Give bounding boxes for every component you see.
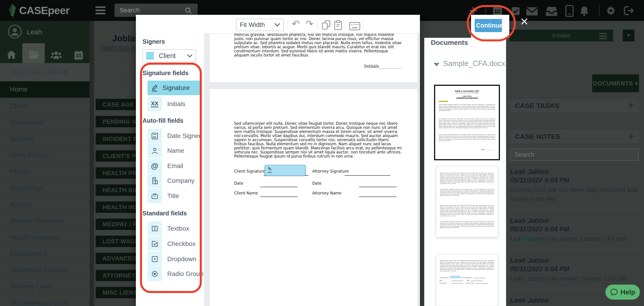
zoom-level-select[interactable]: Fit Width <box>236 19 284 31</box>
nav-item-recordings[interactable]: Recordings <box>0 180 90 196</box>
redo-icon[interactable]: ↷ <box>306 18 313 29</box>
field-title[interactable]: Title <box>148 189 200 203</box>
signers-heading: Signers <box>142 38 165 45</box>
case-notes-list: Leah Jablon 05/11/2022 6:04 PM Sample CF… <box>510 161 641 306</box>
person-icon <box>148 143 162 158</box>
note-item[interactable]: Leah Jablon 05/11/2022 6:04 PM Sample CF… <box>510 161 641 210</box>
search-icon[interactable] <box>184 7 192 15</box>
note-text: Sample CFA.pdf has been fully executed a… <box>510 185 641 204</box>
mobile-icon[interactable] <box>565 5 574 17</box>
field-label: Title <box>167 192 179 200</box>
home-tab-icon[interactable] <box>6 50 16 59</box>
thumb-firm-name: Smith & Associates, APC <box>435 90 499 92</box>
signature-pen-icon: ✎ <box>268 166 272 173</box>
divider <box>345 20 345 30</box>
nav-item-client[interactable]: Client <box>0 98 90 114</box>
field-label: Dropdown <box>167 255 196 263</box>
initials-xx-icon: XX <box>148 97 162 111</box>
documents-panel-scrollbar[interactable] <box>506 38 509 306</box>
thumb-paragraph: moncus gravida. Vestibulum pharetra, nis… <box>440 221 494 235</box>
nav-item-defendants[interactable]: Defendants <box>0 114 90 130</box>
signer-select[interactable]: Client <box>142 49 196 62</box>
next-page-link[interactable]: NEXT <box>520 235 539 243</box>
zoom-level-value: Fit Width <box>240 21 265 29</box>
document-page-1[interactable]: moncus gravida. Vestibulum pharetra, nis… <box>210 34 417 82</box>
page-thumbnail-2[interactable]: Sed ullamcorper elit nulla. Donec vitae … <box>436 166 498 237</box>
document-file-name[interactable]: Sample_CFA.docx <box>443 59 505 68</box>
nav-item-settlement-advance[interactable]: Settlement Advance <box>0 262 90 278</box>
intake-menu-icon[interactable] <box>599 33 607 41</box>
intake-stage-bar[interactable]: Intake <box>510 30 613 41</box>
documents-dropdown-button[interactable]: DOCUMENTS ▾ <box>592 74 639 92</box>
field-label: Email <box>167 162 183 170</box>
field-label: Checkbox <box>167 240 196 247</box>
notifications-bell-icon[interactable] <box>579 6 590 16</box>
continue-button[interactable]: Continue <box>475 19 502 32</box>
page-scrollbar[interactable] <box>90 21 94 306</box>
collapse-triangle-icon[interactable] <box>434 63 440 66</box>
help-button[interactable]: Help <box>605 285 640 300</box>
calendar-icon[interactable] <box>492 6 503 16</box>
field-initials[interactable]: XX Initials <box>148 97 200 111</box>
logout-icon[interactable] <box>624 6 634 16</box>
thumb-signature-row: Client Signature Attorney Signature <box>440 276 494 278</box>
note-item[interactable]: Leah Jablon 05/11/2022 6:04 PM Leah Jabl… <box>510 250 641 289</box>
close-icon[interactable]: ✕ <box>520 16 529 27</box>
field-checkbox[interactable]: Checkbox <box>148 237 200 251</box>
field-name[interactable]: Name <box>148 143 200 158</box>
avatar[interactable] <box>8 25 22 39</box>
field-dropdown[interactable]: Dropdown <box>148 252 200 266</box>
undo-icon[interactable]: ↶ <box>292 18 300 29</box>
document-page-2[interactable]: Sed ullamcorper elit nulla. Donec vitae … <box>210 89 417 306</box>
nav-item-home[interactable]: Home <box>0 81 90 98</box>
divider <box>96 68 136 69</box>
calendar-tab-icon[interactable] <box>74 50 84 60</box>
thumb-address: 100 Cooper Street, Irvine, CA, 92660 <box>435 92 499 94</box>
copy-icon[interactable] <box>321 20 331 30</box>
field-company[interactable]: Company <box>148 174 200 188</box>
contacts-tab-icon[interactable] <box>50 50 62 59</box>
inbox-icon[interactable] <box>546 6 558 16</box>
mail-icon[interactable] <box>526 7 538 16</box>
nav-item-health-insurance[interactable]: Health Insurance <box>0 229 90 245</box>
keyboard-icon[interactable] <box>349 22 360 31</box>
nav-item-miscellaneous-liens[interactable]: Miscellaneous Liens <box>0 294 90 306</box>
add-icon[interactable] <box>468 6 478 16</box>
case-status-dot <box>104 36 110 41</box>
menu-icon[interactable] <box>96 6 106 16</box>
paste-clipboard-icon[interactable] <box>334 20 343 31</box>
notes-search-input[interactable] <box>510 148 639 161</box>
field-email[interactable]: @ Email <box>148 159 200 173</box>
add-task-icon[interactable]: + <box>628 99 634 112</box>
nav-item-other-parties[interactable]: Other Parties <box>0 147 90 163</box>
user-name[interactable]: Leah <box>27 28 42 36</box>
nav-item-photos[interactable]: Photos <box>0 163 90 180</box>
nav-item-medical-treatment[interactable]: Medical Treatment <box>0 212 90 229</box>
nav-item-attorney-liens[interactable]: Attorney Liens <box>0 278 90 294</box>
thumb-date-row: Date Date <box>440 280 494 281</box>
field-radio-group[interactable]: Radio Group <box>148 267 200 281</box>
add-note-icon[interactable]: + <box>628 130 634 143</box>
cases-folder-tab-icon[interactable] <box>29 50 39 59</box>
thumb-paragraph: Sed ullamcorper elit nulla. Donec vitae … <box>440 205 494 220</box>
at-sign-icon: @ <box>148 159 162 173</box>
tasks-icon[interactable] <box>511 6 520 16</box>
divider <box>510 68 639 69</box>
thumb-doc-title: Contingency Fee Agreement <box>435 97 499 99</box>
divider <box>424 51 509 52</box>
chevron-down-icon <box>187 54 192 58</box>
page-thumbnail-3[interactable]: Sed ullamcorper elit nulla. Donec vitae … <box>436 255 498 306</box>
page-thumbnail-1-selected[interactable]: Smith & Associates, APC 100 Cooper Stree… <box>434 85 500 160</box>
placed-signature-field[interactable]: ✎ <box>264 165 306 176</box>
field-signature[interactable]: Signature <box>148 81 200 95</box>
field-date-signed[interactable]: 24 Date Signed <box>148 129 200 143</box>
note-item[interactable]: Leah Jablon 05/11/2022 6:04 PM Leah Jabl… <box>510 210 641 250</box>
nav-item-employment[interactable]: Employment <box>0 245 90 262</box>
intake-dropdown-button[interactable]: ▼ <box>623 30 634 41</box>
nav-item-incident[interactable]: Incident <box>0 130 90 147</box>
settings-gear-icon[interactable] <box>606 6 616 16</box>
field-label: Date Signed <box>167 132 202 139</box>
field-textbox[interactable]: Textbox <box>148 221 200 236</box>
nav-item-injuries[interactable]: Injuries <box>0 196 90 212</box>
brand-logo[interactable]: CASEpeer <box>19 4 70 17</box>
